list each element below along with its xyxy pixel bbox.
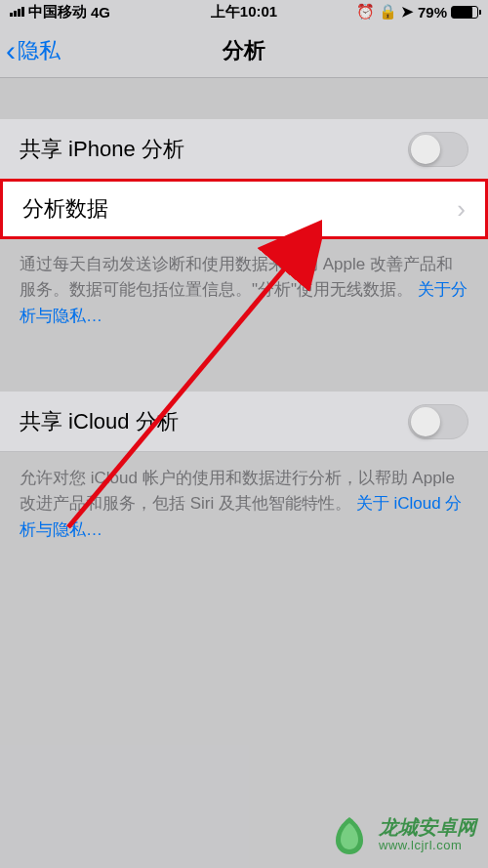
- status-left: 中国移动 4G: [10, 3, 110, 21]
- chevron-right-icon: ›: [457, 194, 466, 225]
- signal-icon: [10, 7, 24, 17]
- alarm-icon: ⏰: [356, 3, 375, 21]
- back-label: 隐私: [18, 36, 61, 65]
- orientation-lock-icon: 🔒: [379, 3, 397, 21]
- battery-icon: [451, 6, 478, 19]
- row-label: 共享 iCloud 分析: [20, 407, 408, 436]
- network-label: 4G: [91, 4, 110, 21]
- footer-text: 通过每天自动发送诊断和使用数据来帮助 Apple 改善产品和服务。数据可能包括位…: [20, 255, 453, 299]
- toggle-knob: [411, 135, 440, 164]
- watermark-line1: 龙城安卓网: [379, 816, 476, 839]
- chevron-left-icon: ‹: [6, 36, 16, 65]
- row-analytics-data[interactable]: 分析数据 ›: [0, 179, 488, 239]
- spacer: [0, 78, 488, 119]
- group-icloud-analytics: 共享 iCloud 分析: [0, 392, 488, 452]
- watermark: 龙城安卓网 www.lcjrl.com: [328, 813, 476, 856]
- battery-pct: 79%: [418, 4, 447, 21]
- footer-iphone-analytics: 通过每天自动发送诊断和使用数据来帮助 Apple 改善产品和服务。数据可能包括位…: [0, 238, 488, 349]
- toggle-share-icloud[interactable]: [408, 404, 468, 439]
- watermark-text: 龙城安卓网 www.lcjrl.com: [379, 816, 476, 853]
- group-iphone-analytics: 共享 iPhone 分析 分析数据 ›: [0, 119, 488, 239]
- page-title: 分析: [223, 36, 265, 65]
- footer-icloud-analytics: 允许对您 iCloud 帐户的使用和数据进行分析，以帮助 Apple 改进产品和…: [0, 452, 488, 562]
- battery-fill: [452, 7, 472, 18]
- toggle-knob: [411, 407, 440, 436]
- row-share-icloud-analytics[interactable]: 共享 iCloud 分析: [0, 392, 488, 452]
- toggle-share-iphone[interactable]: [408, 132, 468, 167]
- nav-bar: ‹ 隐私 分析: [0, 23, 488, 78]
- location-icon: ➤: [401, 3, 414, 21]
- status-time: 上午10:01: [211, 3, 277, 21]
- carrier-label: 中国移动: [28, 3, 87, 21]
- back-button[interactable]: ‹ 隐私: [0, 36, 61, 65]
- watermark-logo-icon: [328, 813, 371, 856]
- row-share-iphone-analytics[interactable]: 共享 iPhone 分析: [0, 119, 488, 180]
- spacer: [0, 349, 488, 392]
- watermark-line2: www.lcjrl.com: [379, 839, 476, 853]
- row-label: 共享 iPhone 分析: [20, 135, 408, 164]
- row-label: 分析数据: [22, 194, 457, 224]
- status-bar: 中国移动 4G 上午10:01 ⏰ 🔒 ➤ 79%: [0, 0, 488, 23]
- status-right: ⏰ 🔒 ➤ 79%: [356, 3, 478, 21]
